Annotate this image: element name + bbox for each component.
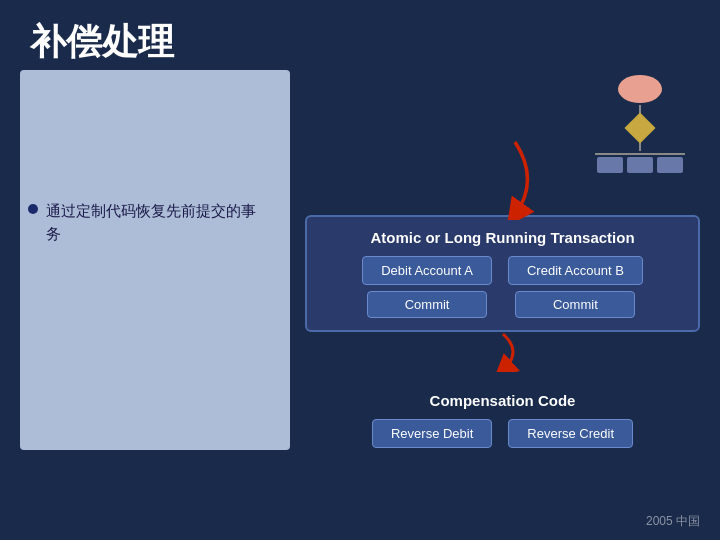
page-title: 补偿处理 xyxy=(30,18,174,67)
credit-col: Credit Account B Commit xyxy=(508,256,643,318)
compensation-title: Compensation Code xyxy=(305,392,700,409)
reverse-credit-box: Reverse Credit xyxy=(508,419,633,448)
compensation-section: Compensation Code Reverse Debit Reverse … xyxy=(305,392,700,448)
bullet-text-container: 通过定制代码恢复先前提交的事务 xyxy=(28,200,268,245)
org-boxes-row xyxy=(597,157,683,173)
red-arrow-svg xyxy=(473,332,533,372)
accounts-row: Debit Account A Commit Credit Account B … xyxy=(321,256,684,318)
org-chart xyxy=(580,75,700,173)
debit-commit-box: Commit xyxy=(367,291,487,318)
org-box-1 xyxy=(597,157,623,173)
compensation-row: Reverse Debit Reverse Credit xyxy=(305,419,700,448)
transaction-box: Atomic or Long Running Transaction Debit… xyxy=(305,215,700,332)
org-horiz-line xyxy=(595,153,685,155)
watermark: 2005 中国 xyxy=(646,513,700,530)
bullet-label: 通过定制代码恢复先前提交的事务 xyxy=(46,200,268,245)
org-box-3 xyxy=(657,157,683,173)
credit-commit-box: Commit xyxy=(515,291,635,318)
left-panel xyxy=(20,70,290,450)
debit-col: Debit Account A Commit xyxy=(362,256,492,318)
org-box-2 xyxy=(627,157,653,173)
reverse-debit-box: Reverse Debit xyxy=(372,419,492,448)
bullet-dot xyxy=(28,204,38,214)
credit-account-box: Credit Account B xyxy=(508,256,643,285)
transaction-title: Atomic or Long Running Transaction xyxy=(321,229,684,246)
main-content: Atomic or Long Running Transaction Debit… xyxy=(305,195,700,448)
debit-account-box: Debit Account A xyxy=(362,256,492,285)
curved-arrow-top xyxy=(480,140,550,220)
org-diamond xyxy=(624,112,655,143)
org-top-node xyxy=(618,75,662,103)
